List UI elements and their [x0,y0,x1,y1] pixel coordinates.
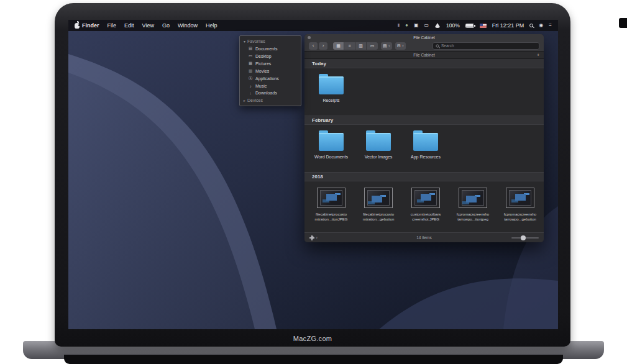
finder-window: File Cabinet ‹ › ▦ ≡ ▥ ▭ ▤ ∨ ⊟ [304,34,544,242]
disclosure-open-icon[interactable]: ▾ [244,39,245,43]
applications-icon: Ⓐ [248,76,253,81]
menu-edit[interactable]: Edit [124,22,134,29]
list-view-button[interactable]: ≡ [344,42,355,50]
gear-icon [309,235,314,240]
favorites-label: Favorites [247,39,265,43]
battery-icon [465,24,474,28]
section-header-2018: 2018 [304,172,544,181]
search-input[interactable] [441,43,536,48]
downloads-icon: ↓ [248,91,253,95]
file-item[interactable]: fcpromacscreensho tarrowpo...ttonjpeg [452,188,493,232]
section-row-today: Receipts [304,68,544,116]
folder-icon [319,133,344,151]
window-toolbar: ‹ › ▦ ≡ ▥ ▭ ▤ ∨ ⊟ ∨ [304,40,544,52]
gallery-view-button[interactable]: ▭ [367,42,378,50]
search-field[interactable] [432,42,539,50]
battery-fill [466,24,473,27]
group-icon: ⊟ [397,43,401,48]
column-view-button[interactable]: ▥ [355,42,367,50]
document-icon: ▤ [248,46,253,51]
sidebar-item-desktop[interactable]: ▭ Desktop [240,52,301,60]
music-icon: ♪ [248,84,253,88]
file-browser-content: Today Receipts February Word Documents [304,59,544,232]
screenshot-thumbnail [411,188,440,208]
menu-clock[interactable]: Fri 12:21 PM [492,22,524,29]
folder-label: Word Documents [314,155,348,159]
back-button[interactable]: ‹ [309,42,318,50]
display-icon[interactable]: ▭ [424,23,429,28]
folder-app-resources[interactable]: App Resources [405,130,446,172]
status-dot-icon[interactable]: ● [405,23,408,28]
folder-icon [319,76,344,94]
screenshot-thumbnail [506,188,534,208]
tab-bar: File Cabinet + [304,52,544,59]
pictures-icon: ▦ [248,61,253,66]
slider-knob[interactable] [521,235,526,240]
apple-menu-icon[interactable] [75,23,80,29]
sidebar-item-label: Desktop [255,54,272,58]
edge-artifact [619,18,627,28]
sidebar-item-applications[interactable]: Ⓐ Applications [240,75,301,83]
devices-section-header[interactable]: ▸ Devices [240,96,301,104]
notification-center-icon[interactable]: ≡ [549,23,552,28]
menu-view[interactable]: View [142,22,154,29]
sidebar-item-downloads[interactable]: ↓ Downloads [240,89,301,96]
icon-view-button[interactable]: ▦ [333,42,344,50]
screenshot-thumbnail [364,188,393,208]
search-icon [436,44,439,47]
menu-finder[interactable]: Finder [82,22,99,29]
files-icon[interactable]: ▣ [414,23,419,28]
sidebar-item-music[interactable]: ♪ Music [240,83,301,89]
icon-size-slider[interactable] [511,237,539,239]
sidebar-item-documents[interactable]: ▤ Documents [240,45,301,52]
sidebar-item-label: Movies [255,69,269,73]
group-dropdown-button[interactable]: ⊟ ∨ [395,42,406,50]
item-count: 14 items [416,235,432,240]
window-titlebar[interactable]: File Cabinet [304,34,544,40]
add-tab-button[interactable]: + [534,52,542,59]
battery-percent: 100% [446,22,460,29]
forward-button[interactable]: › [319,42,327,50]
input-source-flag-icon[interactable] [480,24,487,28]
action-dropdown-button[interactable]: ▤ ∨ [381,42,392,50]
folder-icon [366,133,391,151]
tab-file-cabinet[interactable]: File Cabinet [304,52,544,59]
section-row-2018: filecabinetprocusto mization...ttonJPEG … [304,181,544,232]
menu-bar: Finder File Edit View Go Window Help ‖ ●… [68,20,558,31]
file-item[interactable]: filecabinetprocusto mization...ttonJPEG [311,188,352,232]
sidebar-item-label: Pictures [255,61,271,66]
favorites-section-header[interactable]: ▾ Favorites [240,37,301,45]
file-item[interactable]: customizetoolbars creenshot.JPEG [405,188,446,232]
file-label: filecabinetprocusto mization...gebutton [363,212,395,222]
sidebar-popover: ▾ Favorites ▤ Documents ▭ Desktop ▦ Pict… [239,35,301,106]
sidebar-item-pictures[interactable]: ▦ Pictures [240,60,301,67]
siri-icon[interactable]: ◉ [539,23,543,28]
folder-vector-images[interactable]: Vector Images [358,130,399,172]
spotlight-icon[interactable] [529,24,533,27]
sidebar-item-movies[interactable]: ▥ Movies [240,67,301,75]
menu-go[interactable]: Go [162,22,170,29]
movies-icon: ▥ [248,68,253,73]
wifi-icon[interactable] [434,23,441,28]
folder-receipts[interactable]: Receipts [311,73,352,116]
chevron-down-icon: ∨ [388,44,390,47]
section-row-february: Word Documents Vector Images App Resourc… [304,125,544,172]
bezel-brand-text: MacZG.com [55,335,570,342]
disclosure-closed-icon[interactable]: ▸ [244,98,245,102]
laptop-base-lip [64,355,563,364]
menu-file[interactable]: File [108,22,117,29]
screenshot-thumbnail [317,188,346,208]
menu-window[interactable]: Window [178,22,198,29]
folder-word-documents[interactable]: Word Documents [311,130,352,172]
menu-help[interactable]: Help [206,22,217,29]
file-label: fcpromacscreensho tarrowpo...ttonjpeg [457,212,489,222]
folder-label: Vector Images [365,155,393,159]
action-icon: ▤ [383,43,387,48]
chevron-down-icon: ∨ [402,44,404,47]
file-item[interactable]: fcpromacscreensho tarrowpo...gebutton [500,188,541,232]
screen: Finder File Edit View Go Window Help ‖ ●… [68,20,558,329]
status-action-menu[interactable]: ∨ [309,235,318,240]
file-item[interactable]: filecabinetprocusto mization...gebutton [358,188,399,232]
section-header-today: Today [304,59,544,68]
indicator-bars-icon[interactable]: ‖ [398,23,400,28]
